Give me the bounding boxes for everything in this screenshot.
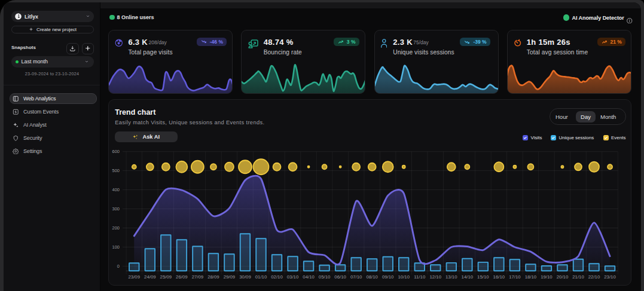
svg-text:15/10: 15/10 (477, 274, 489, 280)
svg-text:07/10: 07/10 (350, 274, 362, 280)
svg-text:400: 400 (112, 187, 120, 192)
svg-text:27/09: 27/09 (192, 274, 204, 280)
svg-text:12/10: 12/10 (430, 274, 442, 280)
svg-text:0: 0 (117, 264, 120, 269)
svg-text:25/09: 25/09 (160, 274, 172, 280)
svg-text:100: 100 (112, 244, 120, 250)
svg-text:16/10: 16/10 (493, 274, 505, 280)
svg-text:26/09: 26/09 (176, 274, 188, 280)
svg-text:21/10: 21/10 (572, 274, 584, 280)
svg-text:05/10: 05/10 (319, 274, 331, 280)
svg-text:18/10: 18/10 (525, 274, 537, 280)
svg-text:09/10: 09/10 (382, 274, 394, 280)
svg-text:17/10: 17/10 (509, 274, 521, 280)
svg-text:23/10: 23/10 (604, 274, 616, 280)
svg-text:28/09: 28/09 (207, 274, 219, 280)
svg-text:20/10: 20/10 (557, 274, 569, 280)
svg-text:11/10: 11/10 (414, 274, 426, 280)
svg-text:23/09: 23/09 (129, 274, 141, 280)
svg-text:03/10: 03/10 (287, 274, 299, 280)
svg-text:24/09: 24/09 (144, 274, 156, 280)
svg-text:200: 200 (112, 225, 120, 231)
svg-text:08/10: 08/10 (366, 274, 378, 280)
svg-text:300: 300 (112, 206, 120, 212)
svg-text:06/10: 06/10 (334, 274, 346, 280)
svg-text:01/10: 01/10 (255, 274, 267, 280)
svg-text:29/09: 29/09 (224, 274, 236, 280)
svg-text:14/10: 14/10 (462, 274, 474, 280)
svg-text:500: 500 (112, 168, 120, 173)
svg-text:600: 600 (112, 149, 120, 154)
svg-text:22/10: 22/10 (588, 274, 600, 280)
svg-text:02/10: 02/10 (271, 274, 283, 280)
svg-text:04/10: 04/10 (303, 274, 315, 280)
svg-text:19/10: 19/10 (541, 274, 553, 280)
svg-text:30/09: 30/09 (239, 274, 251, 280)
svg-text:10/10: 10/10 (398, 274, 410, 280)
svg-text:13/10: 13/10 (445, 274, 457, 280)
